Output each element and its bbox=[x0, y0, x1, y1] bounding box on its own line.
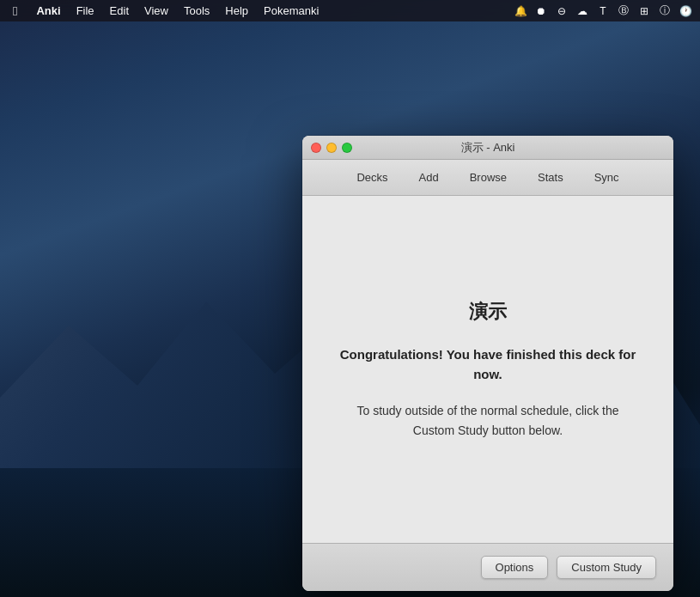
menubar:  Anki File Edit View Tools Help Pokeman… bbox=[0, 0, 700, 21]
b-icon: Ⓑ bbox=[616, 3, 631, 18]
desktop:  Anki File Edit View Tools Help Pokeman… bbox=[0, 0, 700, 597]
sync-button[interactable]: Sync bbox=[579, 166, 635, 189]
title-bar: 演示 - Anki bbox=[302, 136, 673, 160]
apple-menu[interactable]:  bbox=[7, 3, 23, 18]
anki-window: 演示 - Anki Decks Add Browse Stats Sync 演示… bbox=[302, 136, 673, 591]
close-button[interactable] bbox=[311, 143, 321, 153]
footer: Options Custom Study bbox=[302, 543, 673, 591]
decks-button[interactable]: Decks bbox=[341, 166, 403, 189]
dnd-icon: ⊖ bbox=[554, 5, 569, 17]
menubar-pokemanki[interactable]: Pokemanki bbox=[258, 4, 325, 17]
user-icon: ☁ bbox=[575, 5, 590, 17]
menubar-file[interactable]: File bbox=[70, 4, 100, 17]
menubar-tools[interactable]: Tools bbox=[178, 4, 216, 17]
congratulations-text: Congratulations! You have finished this … bbox=[328, 345, 648, 384]
window-title: 演示 - Anki bbox=[461, 140, 515, 155]
traffic-lights bbox=[311, 143, 352, 153]
menubar-view[interactable]: View bbox=[138, 4, 174, 17]
toolbar: Decks Add Browse Stats Sync bbox=[302, 160, 673, 196]
custom-study-button[interactable]: Custom Study bbox=[557, 556, 656, 579]
deck-title: 演示 bbox=[469, 299, 507, 325]
notification-icon[interactable]: 🔔 bbox=[513, 5, 528, 17]
clock-icon: 🕐 bbox=[678, 5, 693, 17]
menubar-help[interactable]: Help bbox=[219, 4, 254, 17]
study-hint-text: To study outside of the normal schedule,… bbox=[342, 401, 634, 440]
maximize-button[interactable] bbox=[342, 143, 352, 153]
menubar-edit[interactable]: Edit bbox=[104, 4, 135, 17]
options-button[interactable]: Options bbox=[481, 556, 549, 579]
stats-button[interactable]: Stats bbox=[522, 166, 579, 189]
add-button[interactable]: Add bbox=[404, 166, 454, 189]
info-icon: ⓘ bbox=[657, 3, 673, 18]
main-content: 演示 Congratulations! You have finished th… bbox=[302, 196, 673, 543]
menubar-anki[interactable]: Anki bbox=[30, 4, 66, 17]
text-icon: T bbox=[595, 5, 611, 17]
grid-icon: ⊞ bbox=[636, 5, 652, 17]
minimize-button[interactable] bbox=[326, 143, 337, 153]
screenrecord-icon: ⏺ bbox=[533, 5, 549, 17]
browse-button[interactable]: Browse bbox=[454, 166, 522, 189]
